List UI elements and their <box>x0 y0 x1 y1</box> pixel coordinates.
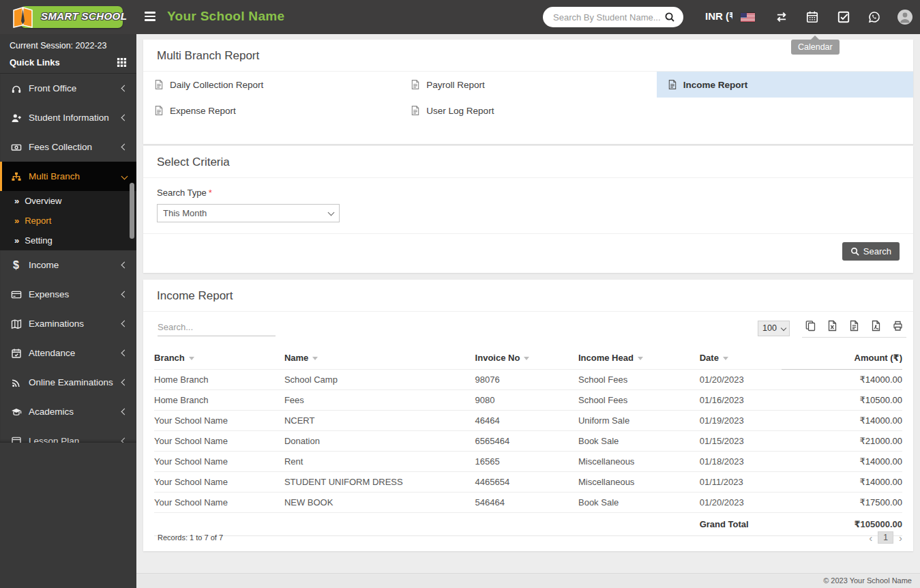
required-asterisk: * <box>209 188 212 198</box>
page-number-button[interactable]: 1 <box>878 531 893 544</box>
cell-date: 01/19/2023 <box>700 411 782 431</box>
file-text-icon <box>154 105 164 116</box>
search-icon[interactable] <box>664 12 675 23</box>
currency-label[interactable]: INR (₹) <box>705 10 732 23</box>
link-user-log-report[interactable]: User Log Report <box>400 98 656 123</box>
sidebar-item-label: Expenses <box>29 289 122 299</box>
link-daily-collection-report[interactable]: Daily Collection Report <box>143 72 400 98</box>
student-search-input[interactable] <box>553 12 664 23</box>
income-report-table: Branch Name Invoice No Income Head Date … <box>154 347 902 536</box>
cell-branch: Your School Name <box>154 493 284 513</box>
cell-branch: Home Branch <box>154 390 284 411</box>
search-button[interactable]: Search <box>842 242 900 261</box>
link-payroll-report[interactable]: Payroll Report <box>400 72 656 98</box>
report-link-label: User Log Report <box>426 106 494 116</box>
link-expense-report[interactable]: Expense Report <box>143 98 400 123</box>
cell-branch: Your School Name <box>154 431 284 452</box>
sidebar-item-multi-branch[interactable]: Multi Branch <box>0 162 136 191</box>
sidebar-toggle-button[interactable] <box>145 12 157 22</box>
cell-invoice: 46464 <box>475 411 578 431</box>
search-type-select[interactable]: This Month <box>157 204 340 222</box>
print-icon[interactable] <box>892 320 904 332</box>
cell-date: 01/15/2023 <box>700 431 782 452</box>
grid-icon[interactable] <box>117 57 127 68</box>
user-avatar[interactable] <box>897 10 912 25</box>
column-header-invoice-no[interactable]: Invoice No <box>475 347 578 370</box>
sidebar-item-examinations[interactable]: Examinations <box>0 309 136 338</box>
sidebar-item-attendance[interactable]: Attendance <box>0 338 136 368</box>
file-text-icon <box>668 79 677 90</box>
search-type-select-wrap: This Month <box>157 204 340 222</box>
chevron-left-icon <box>121 350 128 357</box>
language-flag-icon[interactable] <box>741 13 755 22</box>
sidebar-scrollbar-thumb[interactable] <box>130 183 134 239</box>
sidebar-item-expenses[interactable]: Expenses <box>0 280 136 309</box>
sidebar-menu: Front Office Student Information Fees Co… <box>0 74 136 443</box>
quick-links[interactable]: Quick Links <box>10 57 127 68</box>
sidebar-item-fees-collection[interactable]: Fees Collection <box>0 132 136 162</box>
sort-caret-icon <box>312 357 318 360</box>
report-links-grid: Daily Collection Report Payroll Report I… <box>143 72 913 123</box>
brand-logo[interactable]: SMART SCHOOL <box>11 5 123 29</box>
todo-check-icon[interactable] <box>837 10 850 24</box>
rss-icon <box>10 377 22 388</box>
table-search-input[interactable] <box>158 320 276 336</box>
table-row: Your School NameNCERT46464Uniform Sale01… <box>154 411 902 431</box>
cell-income-head: Miscellaneous <box>578 472 700 493</box>
cell-invoice: 4465654 <box>475 472 578 493</box>
table-row: Home BranchFees9080School Fees01/16/2023… <box>154 390 902 411</box>
cell-amount: ₹21000.00 <box>782 431 902 452</box>
cell-branch: Your School Name <box>154 472 284 493</box>
link-income-report[interactable]: Income Report <box>657 72 913 98</box>
submenu-item-overview[interactable]: »Overview <box>0 191 136 211</box>
cell-income-head: Book Sale <box>578 493 700 513</box>
submenu-item-report[interactable]: »Report <box>0 211 136 231</box>
table-toolbar: 100 <box>143 312 913 344</box>
credit-card-icon <box>10 289 22 300</box>
sidebar-item-income[interactable]: $ Income <box>0 250 136 280</box>
column-header-branch[interactable]: Branch <box>154 347 284 370</box>
csv-icon[interactable] <box>848 320 860 332</box>
sidebar-item-lesson-plan[interactable]: Lesson Plan <box>0 426 136 443</box>
branch-switch-icon[interactable] <box>775 10 788 24</box>
cell-name: Rent <box>284 452 475 472</box>
calendar-icon[interactable] <box>805 10 819 24</box>
panel-title: Income Report <box>143 280 913 312</box>
sidebar-item-academics[interactable]: Academics <box>0 397 136 426</box>
sidebar-item-label: Lesson Plan <box>29 436 122 443</box>
excel-icon[interactable] <box>827 320 838 332</box>
sidebar-item-label: Attendance <box>29 348 122 358</box>
page-footer: © 2023 Your School Name <box>136 573 920 588</box>
criteria-footer: Search <box>143 233 913 273</box>
column-header-date[interactable]: Date <box>700 347 782 370</box>
sidebar-item-label: Multi Branch <box>29 171 122 181</box>
sort-caret-icon <box>189 357 194 360</box>
submenu-item-setting[interactable]: »Setting <box>0 231 136 250</box>
sidebar-item-front-office[interactable]: Front Office <box>0 74 136 103</box>
column-header-name[interactable]: Name <box>284 347 475 370</box>
sort-caret-icon <box>524 357 529 360</box>
page-size-select[interactable]: 100 <box>758 321 790 336</box>
pdf-icon[interactable] <box>870 320 882 332</box>
cell-income-head: Uniform Sale <box>578 411 700 431</box>
export-toolbar <box>802 319 906 338</box>
cell-branch: Your School Name <box>154 452 284 472</box>
copyright-text: © 2023 Your School Name <box>823 576 912 585</box>
chevron-left-icon <box>121 321 128 327</box>
whatsapp-icon[interactable] <box>867 10 881 24</box>
copy-icon[interactable] <box>805 320 816 332</box>
double-chevron-icon: » <box>14 196 19 206</box>
sidebar-item-student-information[interactable]: Student Information <box>0 103 136 132</box>
cell-name: NEW BOOK <box>284 493 475 513</box>
chevron-down-icon <box>121 173 128 180</box>
cell-date: 01/11/2023 <box>700 472 782 493</box>
column-header-income-head[interactable]: Income Head <box>578 347 700 370</box>
next-page-button[interactable]: › <box>899 533 902 543</box>
table-row: Your School NameSTUDENT UNIFORM DRESS446… <box>154 472 902 493</box>
sidebar-item-online-examinations[interactable]: Online Examinations <box>0 368 136 397</box>
previous-page-button[interactable]: ‹ <box>869 533 872 543</box>
submenu-item-label: Setting <box>25 235 52 246</box>
pagination: ‹ 1 › <box>869 531 902 544</box>
chevron-left-icon <box>121 291 128 298</box>
cell-amount: ₹14000.00 <box>782 411 902 431</box>
